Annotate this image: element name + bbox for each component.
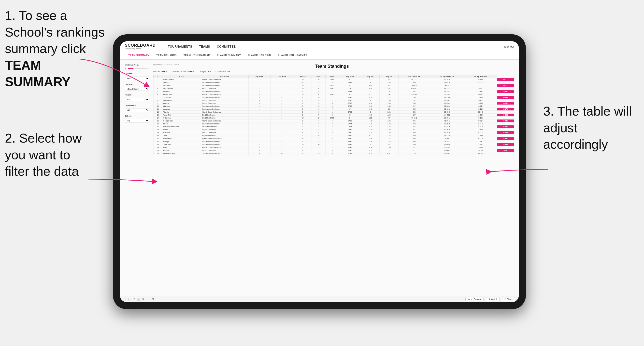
table-cell: 266 [398, 140, 430, 143]
toolbar-clock-icon[interactable]: ⏱ [152, 298, 154, 301]
table-row: 24DukeAtlantic Coast Conference-59271279… [154, 146, 514, 149]
filter-school-select[interactable]: (All) [125, 119, 150, 123]
table-cell: 12-14-1 [464, 90, 497, 93]
table-row: 5Ole MissSoutheastern Conference-3618127… [154, 90, 514, 93]
table-cell: 2 [270, 99, 294, 102]
table-cell: Arizona State [162, 87, 201, 90]
table-row: 7TennesseeSoutheastern Conference-481822… [154, 96, 514, 99]
table-cell: 61-21-0 [430, 96, 464, 99]
table-cell: 0.7 [325, 134, 339, 137]
table-cell: 277.5 [339, 125, 361, 128]
table-cell: 90-51-2 [430, 146, 464, 149]
table-cell: 2 [270, 117, 294, 120]
table-cell: 44-24-1 [497, 120, 514, 123]
table-cell: 54-4-0 [497, 81, 514, 84]
filter-conference-select[interactable]: (All) [125, 108, 150, 112]
filter-conference-label: Conference [125, 104, 150, 107]
table-cell: 21 [312, 149, 325, 152]
table-cell: 1.53 [380, 131, 398, 134]
tab-team-h2h-grid[interactable]: TEAM H2H GRID [153, 52, 180, 59]
table-cell: 23 [294, 78, 312, 81]
instruction-2-line3: filter the data [5, 163, 82, 180]
share-label: Share [507, 298, 513, 300]
nav-tournaments[interactable]: TOURNAMENTS [168, 45, 192, 48]
table-cell: 17-9-0 [464, 111, 497, 114]
share-button[interactable]: ↗ Share [502, 297, 515, 301]
table-cell: 2.2 [361, 93, 380, 96]
table-cell: 1.3 [380, 143, 398, 146]
table-cell: 18 [312, 90, 325, 93]
table-cell: -6 [361, 99, 380, 102]
table-cell: 42-18-0 [430, 78, 464, 81]
toolbar-left: ◁ ▷ ↺ ⬜ ⧉ ⋯ ⏱ [124, 298, 154, 301]
view-original-button[interactable]: View: Original [465, 297, 483, 301]
table-cell: 80.58 [497, 87, 514, 90]
table-cell: Texas Tech [162, 114, 201, 117]
table-cell: 278.7 [339, 134, 361, 137]
table-cell: 8 [294, 120, 312, 123]
table-row: 20TexasBig 12 Conference-3770.7278.70.71… [154, 134, 514, 137]
main-nav: TOURNAMENTS TEAMS COMMITTEE [168, 45, 497, 48]
table-cell: 273.6 [339, 81, 361, 84]
table-cell: Atlantic Coast Conference [201, 120, 248, 123]
table-cell: 1.98 [380, 99, 398, 102]
table-cell: North Carolina [162, 78, 201, 81]
arrow-1 [69, 54, 155, 98]
filter-bar: Gender: Men's Division: NCAA Division I … [153, 70, 514, 73]
toolbar-forward-icon[interactable]: ▷ [128, 298, 130, 301]
col-conf-rank: Conf. Rank [270, 75, 294, 78]
table-cell: 27-17-1 [497, 128, 514, 131]
tab-player-summary[interactable]: PLAYER SUMMARY [213, 52, 244, 59]
table-cell: 217 [398, 105, 430, 108]
table-cell: 4 [270, 96, 294, 99]
table-cell: 72-30-1 [430, 105, 464, 108]
table-cell: 80-25-2 [430, 123, 464, 125]
watch-button[interactable]: 👁 Watch [486, 297, 500, 301]
table-cell: 24 [312, 111, 325, 114]
table-cell: 14-21-0 [464, 102, 497, 105]
table-cell: Atlantic Coast Conference [201, 78, 248, 81]
toolbar-copy-icon[interactable]: ⧉ [142, 298, 144, 301]
table-cell: 59-41-4 [430, 134, 464, 137]
table-cell: 4-21-0 [464, 152, 497, 155]
table-cell: -5.1 [361, 125, 380, 128]
table-cell: 88-17-0 [398, 78, 430, 81]
table-header-row: Update time: 27/03/2024 16:56:26 Team St… [153, 64, 514, 69]
table-cell: 24-25-2 [497, 123, 514, 125]
table-cell: - [248, 140, 270, 143]
table-cell: Pac-12 Conference [201, 87, 248, 90]
table-cell: 86-25-1 [430, 102, 464, 105]
table-cell: -2.9 [361, 123, 380, 125]
table-cell: 43-23-1 [430, 87, 464, 90]
tab-player-h2h-heatmap[interactable]: PLAYER H2H HEATMAP [274, 52, 310, 59]
table-row: 15Georgia TechAtlantic Coast Conference-… [154, 120, 514, 123]
table-cell: 4 [270, 131, 294, 134]
nav-teams[interactable]: TEAMS [199, 45, 210, 48]
table-cell: -3.6 [361, 105, 380, 108]
table-cell: Southeastern Conference [201, 81, 248, 84]
toolbar-more-icon[interactable]: ⋯ [147, 298, 149, 301]
table-cell: 18-23-0 [464, 146, 497, 149]
tab-team-h2h-heatmap[interactable]: TEAM H2H HEATMAP [180, 52, 213, 59]
sign-out-button[interactable]: Sign out [504, 45, 514, 48]
toolbar-share-left-icon[interactable]: ⬜ [137, 298, 140, 301]
table-row: 23Texas A&MSoutheastern Conference-91030… [154, 143, 514, 146]
table-cell: 66-40-1 [430, 149, 464, 152]
table-cell: Oregon [162, 149, 201, 152]
table-cell: 97-21-1 [398, 117, 430, 120]
logo-sub: Powered by clippd [125, 48, 141, 50]
filter-region-select[interactable]: N/A [125, 98, 150, 101]
table-cell: 2 [270, 84, 294, 87]
table-cell: 279.5 [339, 149, 361, 152]
standings-title: Team Standings [315, 64, 349, 69]
table-cell: 8 [294, 105, 312, 108]
toolbar-refresh-icon[interactable]: ↺ [133, 298, 135, 301]
filter-bar-region-val: All [208, 70, 210, 73]
tab-player-h2h-grid[interactable]: PLAYER H2H GRID [244, 52, 274, 59]
nav-committee[interactable]: COMMITTEE [217, 45, 236, 48]
table-cell: 1 [325, 140, 339, 143]
table-cell: Big Ten Conference [201, 128, 248, 131]
toolbar-back-icon[interactable]: ◁ [124, 298, 126, 301]
table-cell: - [248, 128, 270, 131]
table-cell: 271 [398, 149, 430, 152]
